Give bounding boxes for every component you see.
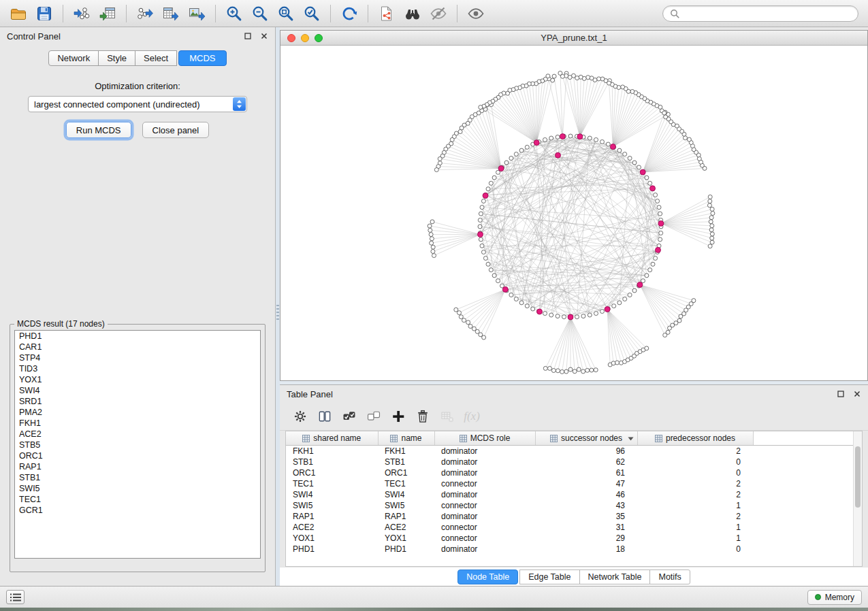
network-node[interactable] [506,91,510,95]
mcds-result-item[interactable]: GCR1 [15,505,260,516]
network-node[interactable] [549,136,553,140]
network-node[interactable] [492,176,496,180]
window-close-button[interactable] [287,34,295,42]
cell-mcds-role[interactable]: dominator [434,489,535,500]
mcds-result-item[interactable]: TID3 [15,363,260,374]
network-dominator-node[interactable] [658,220,664,226]
network-node[interactable] [645,346,649,350]
network-node[interactable] [480,244,484,248]
network-node[interactable] [623,297,627,301]
cell-predecessor-nodes[interactable]: 2 [637,446,753,457]
network-dominator-node[interactable] [610,144,615,150]
cell-mcds-role[interactable]: dominator [434,457,535,467]
find-in-network-button[interactable] [400,2,425,25]
network-node[interactable] [509,156,513,161]
network-node[interactable] [479,212,483,216]
network-node[interactable] [654,193,658,197]
table-row[interactable]: SWI5SWI5connector431 [286,500,862,511]
network-node[interactable] [431,250,435,254]
network-node[interactable] [432,254,436,258]
cell-mcds-role[interactable]: connector [434,478,535,489]
export-network-button[interactable] [132,2,158,25]
column-header-shared-name[interactable]: shared name [286,431,378,446]
table-row[interactable]: STB1STB1dominator620 [286,457,862,467]
network-dominator-node[interactable] [656,247,661,252]
network-node[interactable] [615,361,620,365]
network-node[interactable] [687,137,691,142]
network-dominator-node[interactable] [560,134,565,139]
network-node[interactable] [486,187,490,191]
cell-shared-name[interactable]: TEC1 [286,478,378,489]
network-node[interactable] [637,165,641,169]
window-minimize-button[interactable] [301,34,309,42]
column-header-name[interactable]: name [378,431,434,446]
network-node[interactable] [657,205,661,210]
zoom-fit-content-button[interactable] [273,2,299,25]
network-node[interactable] [659,231,663,235]
network-dominator-node[interactable] [637,282,643,288]
save-session-button[interactable] [31,2,57,25]
network-node[interactable] [648,181,652,185]
network-dominator-node[interactable] [568,314,573,320]
float-panel-button[interactable] [244,32,252,40]
table-row[interactable]: TEC1TEC1connector472 [286,478,862,489]
cell-predecessor-nodes[interactable]: 1 [637,533,753,544]
network-node[interactable] [621,85,625,89]
network-node[interactable] [588,136,592,140]
tab-select[interactable]: Select [135,50,177,66]
network-dominator-node[interactable] [478,232,483,237]
mcds-result-item[interactable]: YOX1 [15,374,260,385]
hide-details-button[interactable] [425,2,451,25]
mcds-result-list[interactable]: PHD1CAR1STP4TID3YOX1SWI4SRD1PMA2FKH1ACE2… [14,330,261,559]
column-header-predecessor-nodes[interactable]: predecessor nodes [637,431,753,446]
network-node[interactable] [708,199,712,203]
network-node[interactable] [617,148,622,152]
network-node[interactable] [519,148,524,152]
network-node[interactable] [708,195,712,199]
network-node[interactable] [543,312,547,316]
network-dominator-node[interactable] [537,309,543,314]
search-box[interactable] [662,5,858,22]
cell-successor-nodes[interactable]: 61 [535,467,637,478]
network-node[interactable] [482,335,486,340]
network-node[interactable] [549,313,553,317]
mcds-result-item[interactable]: TEC1 [15,494,260,505]
network-node[interactable] [519,301,524,305]
network-node[interactable] [648,268,652,272]
network-node[interactable] [457,311,462,315]
mcds-result-item[interactable]: SWI5 [15,483,260,494]
memory-button[interactable]: Memory [807,590,862,605]
mcds-result-item[interactable]: FKH1 [15,418,260,429]
import-network-from-file-button[interactable] [69,2,95,25]
import-table-from-file-button[interactable] [95,2,120,25]
network-node[interactable] [478,225,482,229]
network-node[interactable] [641,279,645,283]
network-node[interactable] [658,237,662,242]
network-node[interactable] [564,369,568,374]
export-publication-button[interactable] [374,2,400,25]
network-node[interactable] [531,307,535,311]
network-node[interactable] [568,134,573,138]
table-row[interactable]: ACE2ACE2connector311 [286,522,862,533]
cell-successor-nodes[interactable]: 62 [535,457,637,467]
cell-name[interactable]: TEC1 [378,478,434,489]
cell-name[interactable]: SWI5 [378,500,434,511]
tab-mcds[interactable]: MCDS [178,50,226,66]
mcds-result-item[interactable]: STB5 [15,440,260,450]
network-node[interactable] [709,220,713,224]
scrollbar-thumb[interactable] [855,446,861,508]
network-node[interactable] [710,224,714,228]
cell-predecessor-nodes[interactable]: 0 [637,457,753,467]
network-node[interactable] [575,315,579,319]
network-node[interactable] [459,315,463,319]
show-graphics-details-button[interactable] [463,2,489,25]
network-node[interactable] [645,176,649,180]
network-node[interactable] [562,315,566,319]
cell-successor-nodes[interactable]: 43 [535,500,637,511]
network-dominator-node[interactable] [534,140,539,146]
export-image-button[interactable] [184,2,210,25]
network-node[interactable] [677,318,681,323]
mcds-result-item[interactable]: SRD1 [15,396,260,407]
apply-preferred-layout-button[interactable] [336,2,362,25]
cell-predecessor-nodes[interactable]: 2 [637,511,753,522]
